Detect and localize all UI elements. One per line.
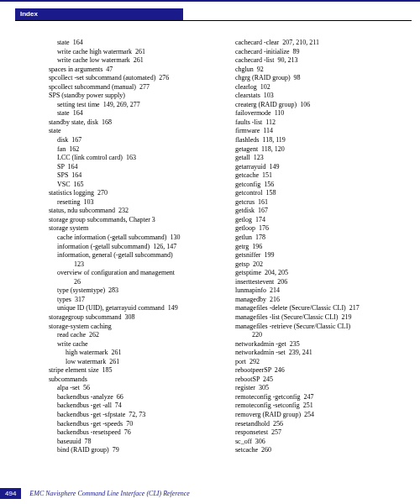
index-entry: backendbus -analyze 66 [40, 393, 222, 402]
index-entry: overview of configuration and management [40, 269, 222, 278]
index-entry: register 305 [235, 384, 403, 393]
index-column-left: state 164write cache high watermark 261w… [40, 39, 222, 484]
index-entry: spcollect subcommand (manual) 277 [40, 83, 222, 92]
index-entry: resetandhold 256 [235, 420, 403, 429]
index-entry: lunmapinfo 214 [235, 286, 403, 296]
index-entry: alpa -set 56 [40, 384, 222, 393]
index-entry: cachecard -clear 207, 210, 211 [235, 39, 403, 48]
index-entry: high watermark 261 [40, 349, 222, 358]
index-entry: stripe element size 185 [40, 366, 222, 375]
index-entry: failovermode 110 [235, 109, 403, 118]
index-entry: 123 [40, 260, 222, 270]
index-entry: cachecard -initialize 89 [235, 48, 403, 57]
index-entry: rebootSP 245 [235, 375, 403, 385]
index-tab: Index [15, 8, 183, 20]
top-rule [0, 0, 420, 2]
index-entry: networkadmin -get 235 [235, 340, 403, 349]
index-entry: managefiles -retrieve (Secure/Classic CL… [235, 323, 403, 332]
index-entry: 220 [235, 331, 403, 340]
index-entry: setting test time 149, 269, 277 [40, 101, 222, 110]
index-entry: statistics logging 270 [40, 189, 222, 198]
footer-title: EMC Navisphere Command Line Interface (C… [29, 490, 189, 497]
index-entry: flashleds 118, 119 [235, 136, 403, 145]
index-entry: getlun 178 [235, 234, 403, 243]
index-entry: fan 162 [40, 145, 222, 155]
index-entry: spaces in arguments 47 [40, 66, 222, 75]
index-entry: chgrg (RAID group) 98 [235, 74, 403, 83]
index-entry: spcollect -set subcommand (automated) 27… [40, 74, 222, 83]
index-entry: disk 167 [40, 136, 222, 145]
index-entry: types 317 [40, 296, 222, 305]
index-entry: resetting 103 [40, 198, 222, 207]
index-entry: getcontrol 158 [235, 189, 403, 198]
index-entry: networkadmin -set 239, 241 [235, 349, 403, 358]
index-entry: getagent 118, 120 [235, 145, 403, 155]
index-entry: getloop 176 [235, 224, 403, 234]
index-entry: baseuuid 78 [40, 438, 222, 447]
index-entry: faults -list 112 [235, 118, 403, 128]
index-entry: LCC (link comtrol card) 163 [40, 154, 222, 163]
index-entry: backendbus -resetspeed 76 [40, 428, 222, 438]
index-entry: removerg (RAID group) 254 [235, 411, 403, 420]
index-entry: getsptime 204, 205 [235, 269, 403, 278]
index-entry: state 164 [40, 109, 222, 118]
index-entry: sc_off 306 [235, 438, 403, 447]
index-entry: responsetest 257 [235, 428, 403, 438]
index-entry: managefiles -list (Secure/Classic CLI) 2… [235, 313, 403, 323]
index-entry: getcrus 161 [235, 198, 403, 207]
index-entry: getcache 151 [235, 171, 403, 181]
index-entry: setcache 260 [235, 446, 403, 455]
index-entry: status, ndu subcommand 232 [40, 207, 222, 216]
index-entry: clearstats 103 [235, 92, 403, 101]
index-entry: low watermark 261 [40, 358, 222, 367]
index-entry: clearlog 102 [235, 83, 403, 92]
index-entry: SPS (standby power supply) [40, 92, 222, 101]
index-entry: backendbus -get -all 74 [40, 402, 222, 411]
index-entry: port 292 [235, 358, 403, 367]
index-entry: VSC 165 [40, 181, 222, 190]
index-entry: remoteconfig -setconfig 251 [235, 402, 403, 411]
index-entry: SP 164 [40, 163, 222, 172]
index-entry: write cache low watermark 261 [40, 56, 222, 66]
index-entry: storage system [40, 224, 222, 234]
index-entry: information, general (-getall subcommand… [40, 251, 222, 260]
index-entry: storage group subcommands, Chapter 3 [40, 216, 222, 225]
index-entry: subcommands [40, 375, 222, 385]
index-entry: SPS 164 [40, 171, 222, 181]
index-entry: getrg 196 [235, 243, 403, 252]
index-entry: type (systemtype) 283 [40, 286, 222, 296]
index-entry: managedby 216 [235, 296, 403, 305]
index-entry: bind (RAID group) 79 [40, 446, 222, 455]
index-entry: cache information (-getall subcommand) 1… [40, 234, 222, 243]
index-entry: standby state, disk 168 [40, 118, 222, 128]
index-entry: getlog 174 [235, 216, 403, 225]
index-entry: firmware 114 [235, 127, 403, 136]
index-entry: read cache 262 [40, 331, 222, 340]
index-content: state 164write cache high watermark 261w… [40, 39, 403, 484]
index-entry: cachecard -list 90, 213 [235, 56, 403, 66]
header-rule [15, 20, 412, 21]
footer: 494 EMC Navisphere Command Line Interfac… [0, 488, 190, 499]
index-entry: getarrayuid 149 [235, 163, 403, 172]
index-column-right: cachecard -clear 207, 210, 211cachecard … [235, 39, 403, 484]
index-entry: backendbus -get -speeds 70 [40, 420, 222, 429]
index-entry: managefiles -delete (Secure/Classic CLI)… [235, 304, 403, 313]
index-entry: state 164 [40, 39, 222, 48]
index-entry: getsniffer 199 [235, 251, 403, 260]
index-entry: remoteconfig -getconfig 247 [235, 393, 403, 402]
index-entry: information (-getall subcommand) 126, 14… [40, 243, 222, 252]
index-entry: createrg (RAID group) 106 [235, 101, 403, 110]
index-entry: state [40, 127, 222, 136]
index-entry: storagegroup subcommand 308 [40, 313, 222, 323]
index-entry: unique ID (UID), getarrayuid command 149 [40, 304, 222, 313]
index-entry: getdisk 167 [235, 207, 403, 216]
index-entry: write cache [40, 340, 222, 349]
index-entry: getconfig 156 [235, 181, 403, 190]
index-entry: getsp 202 [235, 260, 403, 270]
page-number: 494 [0, 488, 21, 499]
index-entry: getall 123 [235, 154, 403, 163]
index-entry: backendbus -get -sfpstate 72, 73 [40, 411, 222, 420]
index-entry: 26 [40, 278, 222, 287]
index-entry: inserttestevent 206 [235, 278, 403, 287]
index-entry: write cache high watermark 261 [40, 48, 222, 57]
